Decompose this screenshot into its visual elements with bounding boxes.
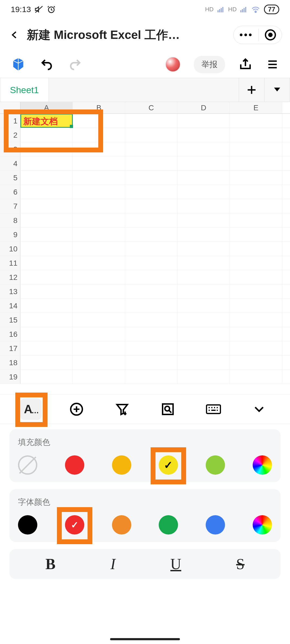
color-swatch[interactable]: ✓	[159, 455, 178, 475]
add-sheet-button[interactable]	[239, 78, 264, 102]
cell[interactable]	[177, 228, 230, 241]
spreadsheet-grid[interactable]: A B C D E 1新建文档2345678910111213141516171…	[0, 102, 290, 394]
cell[interactable]	[177, 142, 230, 156]
cell[interactable]	[230, 199, 282, 213]
cell[interactable]	[20, 242, 73, 256]
row-header[interactable]: 6	[0, 185, 20, 199]
italic-button[interactable]: I	[110, 555, 115, 573]
strike-button[interactable]: S	[236, 555, 245, 573]
color-swatch[interactable]: ✓	[65, 515, 84, 535]
cell[interactable]	[73, 341, 125, 355]
color-swatch[interactable]	[206, 455, 225, 475]
row-header[interactable]: 14	[0, 299, 20, 313]
cell[interactable]	[177, 156, 230, 170]
cell[interactable]	[73, 128, 125, 142]
cell[interactable]	[20, 213, 73, 227]
row-header[interactable]: 19	[0, 370, 20, 384]
cell[interactable]	[73, 284, 125, 298]
menu-icon[interactable]	[266, 59, 279, 70]
color-swatch[interactable]	[112, 515, 131, 535]
back-button[interactable]	[8, 29, 21, 41]
cell[interactable]	[177, 313, 230, 327]
find-button[interactable]	[157, 398, 179, 420]
record-icon[interactable]	[264, 29, 276, 41]
app-icon[interactable]	[11, 57, 26, 72]
color-swatch[interactable]	[253, 515, 272, 535]
cell[interactable]	[125, 156, 177, 170]
row-header[interactable]: 5	[0, 171, 20, 185]
cell[interactable]	[177, 341, 230, 355]
cell[interactable]	[177, 199, 230, 213]
cell[interactable]	[20, 171, 73, 185]
cell[interactable]	[73, 156, 125, 170]
cell[interactable]	[230, 313, 282, 327]
color-swatch[interactable]	[253, 455, 272, 475]
share-icon[interactable]	[238, 57, 252, 71]
color-swatch[interactable]	[65, 455, 84, 475]
filter-button[interactable]	[111, 398, 133, 420]
cell[interactable]	[73, 114, 125, 128]
tab-sheet1[interactable]: Sheet1	[0, 78, 49, 102]
cell[interactable]	[230, 156, 282, 170]
cell[interactable]	[125, 114, 177, 128]
col-header-a[interactable]: A	[20, 102, 73, 114]
cell[interactable]	[230, 256, 282, 270]
row-header[interactable]: 17	[0, 341, 20, 355]
cell[interactable]	[73, 242, 125, 256]
text-format-button[interactable]: A…	[20, 398, 42, 420]
cell[interactable]	[230, 270, 282, 284]
cell[interactable]	[73, 270, 125, 284]
cell[interactable]	[20, 228, 73, 241]
cell[interactable]	[177, 128, 230, 142]
cell[interactable]	[73, 256, 125, 270]
cell[interactable]	[125, 242, 177, 256]
cell[interactable]	[230, 185, 282, 199]
cell[interactable]	[177, 256, 230, 270]
undo-button[interactable]	[39, 58, 54, 71]
cell[interactable]	[73, 228, 125, 241]
cell[interactable]	[125, 185, 177, 199]
col-header-e[interactable]: E	[230, 102, 282, 114]
keyboard-button[interactable]	[203, 398, 224, 420]
cell[interactable]	[20, 128, 73, 142]
cell[interactable]	[73, 327, 125, 341]
cell[interactable]	[177, 356, 230, 369]
cell[interactable]	[177, 185, 230, 199]
cell[interactable]	[20, 284, 73, 298]
cell[interactable]	[20, 370, 73, 384]
cell[interactable]	[125, 142, 177, 156]
cell[interactable]	[125, 270, 177, 284]
row-header[interactable]: 15	[0, 313, 20, 327]
cell[interactable]	[177, 114, 230, 128]
cell[interactable]	[230, 284, 282, 298]
row-header[interactable]: 1	[0, 114, 20, 128]
cell[interactable]	[177, 171, 230, 185]
row-header[interactable]: 10	[0, 242, 20, 256]
cell[interactable]	[125, 370, 177, 384]
cell[interactable]	[20, 270, 73, 284]
cell[interactable]	[230, 128, 282, 142]
avatar[interactable]	[165, 57, 180, 72]
cell[interactable]	[177, 270, 230, 284]
cell[interactable]	[73, 313, 125, 327]
cell[interactable]	[20, 142, 73, 156]
cell[interactable]	[230, 213, 282, 227]
color-swatch[interactable]	[159, 515, 178, 535]
color-swatch[interactable]	[18, 515, 37, 535]
cell[interactable]	[20, 356, 73, 369]
cell[interactable]	[230, 242, 282, 256]
cell[interactable]	[230, 142, 282, 156]
row-header[interactable]: 2	[0, 128, 20, 142]
cell[interactable]	[125, 356, 177, 369]
row-header[interactable]: 3	[0, 142, 20, 156]
cell[interactable]	[230, 341, 282, 355]
report-button[interactable]: 举报	[194, 56, 225, 73]
cell-a1[interactable]: 新建文档	[20, 114, 73, 128]
underline-button[interactable]: U	[171, 555, 181, 573]
cell[interactable]	[177, 242, 230, 256]
cell[interactable]	[125, 228, 177, 241]
cell[interactable]	[125, 213, 177, 227]
cell[interactable]	[230, 370, 282, 384]
cell[interactable]	[73, 213, 125, 227]
row-header[interactable]: 12	[0, 270, 20, 284]
